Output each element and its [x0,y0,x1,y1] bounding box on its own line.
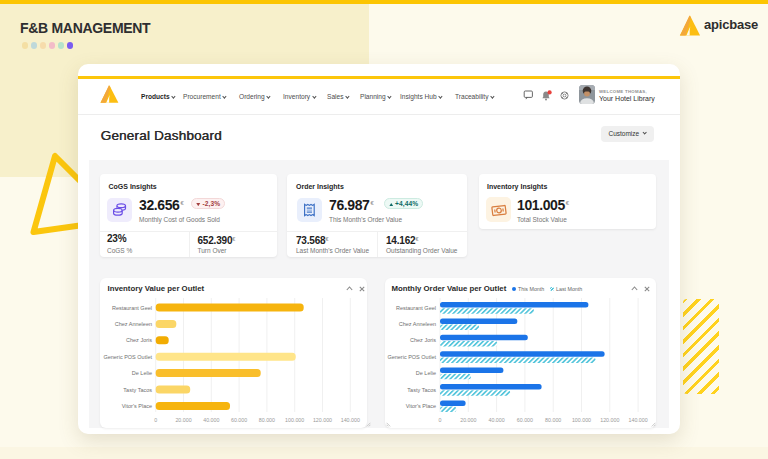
svg-text:40.000: 40.000 [488,417,504,423]
svg-text:20.000: 20.000 [175,417,191,423]
svg-text:Generic POS Outlet: Generic POS Outlet [103,354,152,360]
svg-text:De Lelie: De Lelie [416,370,436,376]
svg-text:140.000: 140.000 [341,417,360,423]
svg-text:Chez Joris: Chez Joris [410,337,436,343]
svg-text:Generic POS Outlet: Generic POS Outlet [387,354,436,360]
svg-text:140.000: 140.000 [629,417,648,423]
svg-text:Restaurant Geel: Restaurant Geel [396,305,436,311]
svg-text:120.000: 120.000 [313,417,332,423]
svg-text:40.000: 40.000 [203,417,219,423]
svg-text:0: 0 [439,417,442,423]
svg-text:De Lelie: De Lelie [132,370,152,376]
svg-text:120.000: 120.000 [600,417,619,423]
svg-text:20.000: 20.000 [460,417,476,423]
svg-text:Tasty Tacos: Tasty Tacos [123,387,152,393]
svg-text:60.000: 60.000 [517,417,533,423]
svg-text:Chez Anneleen: Chez Anneleen [115,321,152,327]
svg-text:Tasty Tacos: Tasty Tacos [407,387,436,393]
svg-text:100.000: 100.000 [285,417,304,423]
svg-text:80.000: 80.000 [259,417,275,423]
svg-text:60.000: 60.000 [231,417,247,423]
svg-text:Restaurant Geel: Restaurant Geel [112,305,152,311]
svg-text:Chez Joris: Chez Joris [126,337,152,343]
svg-text:Chez Anneleen: Chez Anneleen [399,321,436,327]
svg-text:100.000: 100.000 [572,417,591,423]
svg-text:Vitor's Place: Vitor's Place [122,403,152,409]
svg-text:0: 0 [154,417,157,423]
svg-text:80.000: 80.000 [545,417,561,423]
svg-text:Vitor's Place: Vitor's Place [406,403,436,409]
